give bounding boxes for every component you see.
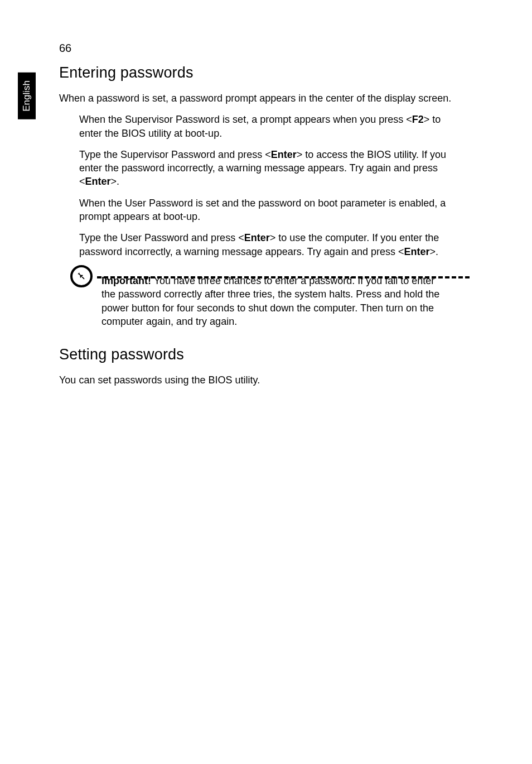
divider-dashed [97, 276, 470, 278]
pin-icon [70, 265, 93, 287]
list-item: Type the Supervisor Password and press <… [79, 148, 466, 189]
heading-setting-passwords: Setting passwords [59, 346, 466, 363]
instruction-list: When the Supervisor Password is set, a p… [59, 113, 466, 258]
key-enter: Enter [244, 232, 270, 243]
important-note: Important! You have three chances to ent… [59, 274, 466, 328]
key-f2: F2 [412, 114, 424, 125]
text-span: >. [429, 246, 438, 257]
heading-entering-passwords: Entering passwords [59, 64, 466, 81]
text-span: When the User Password is set and the pa… [79, 198, 446, 222]
text-span: When the Supervisor Password is set, a p… [79, 114, 412, 125]
page-content: Entering passwords When a password is se… [59, 64, 466, 395]
intro-paragraph: When a password is set, a password promp… [59, 92, 466, 105]
text-span: Type the Supervisor Password and press < [79, 149, 271, 160]
list-item: When the User Password is set and the pa… [79, 196, 466, 224]
language-tab: English [18, 73, 36, 119]
list-item: When the Supervisor Password is set, a p… [79, 113, 466, 140]
text-span: Type the User Password and press < [79, 232, 244, 243]
body-setting-passwords: You can set passwords using the BIOS uti… [59, 373, 466, 387]
page-number: 66 [59, 42, 71, 55]
key-enter: Enter [85, 176, 111, 187]
text-span: >. [111, 176, 120, 187]
note-text: Important! You have three chances to ent… [101, 274, 466, 328]
note-body: You have three chances to enter a passwo… [101, 275, 439, 327]
key-enter: Enter [271, 149, 297, 160]
section-setting-passwords: Setting passwords You can set passwords … [59, 346, 466, 387]
key-enter: Enter [404, 246, 429, 257]
list-item: Type the User Password and press <Enter>… [79, 231, 466, 258]
